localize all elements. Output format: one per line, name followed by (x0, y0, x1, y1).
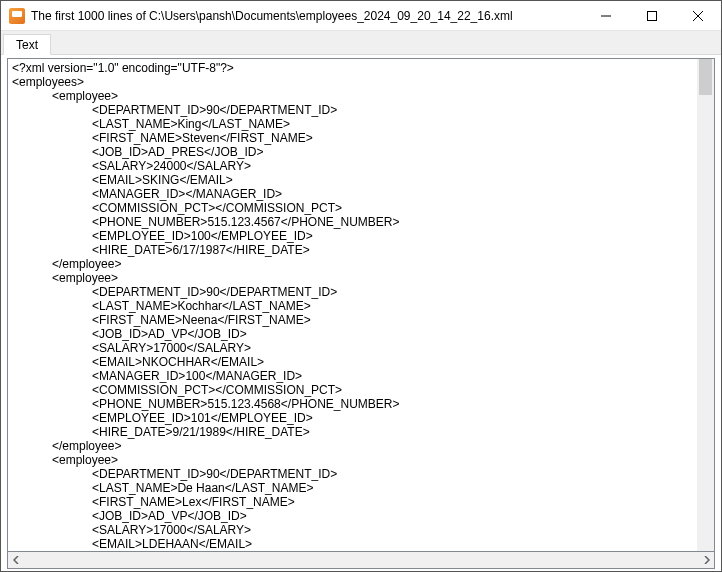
vertical-scroll-thumb[interactable] (699, 59, 712, 95)
horizontal-scrollbar[interactable] (7, 552, 715, 569)
tab-text[interactable]: Text (3, 34, 51, 55)
minimize-button[interactable] (583, 1, 629, 30)
text-viewer: <?xml version="1.0" encoding="UTF-8"?> <… (7, 58, 715, 552)
maximize-button[interactable] (629, 1, 675, 30)
app-icon (9, 8, 25, 24)
window-title: The first 1000 lines of C:\Users\pansh\D… (31, 9, 583, 23)
vertical-scrollbar[interactable] (697, 59, 714, 551)
scroll-left-button[interactable] (8, 552, 25, 568)
window-controls (583, 1, 721, 30)
titlebar[interactable]: The first 1000 lines of C:\Users\pansh\D… (1, 1, 721, 31)
svg-rect-1 (648, 11, 657, 20)
close-button[interactable] (675, 1, 721, 30)
tab-bar: Text (1, 31, 721, 55)
scroll-right-button[interactable] (697, 552, 714, 568)
xml-content[interactable]: <?xml version="1.0" encoding="UTF-8"?> <… (8, 59, 697, 551)
